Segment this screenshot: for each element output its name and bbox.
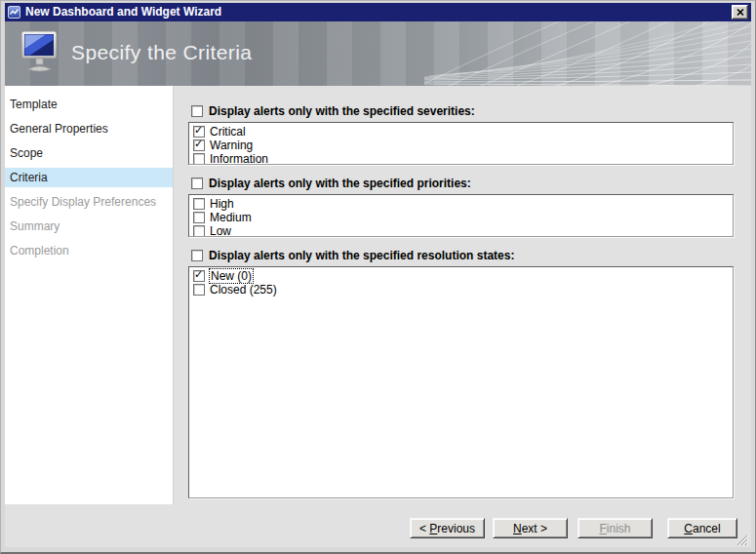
cancel-button[interactable]: Cancel — [667, 518, 737, 538]
sidebar-item-scope[interactable]: Scope — [5, 143, 173, 163]
sidebar-item-general-properties[interactable]: General Properties — [5, 119, 173, 138]
warning-checkbox[interactable] — [193, 139, 205, 151]
resolution-states-filter-label: Display alerts only with the specified r… — [209, 249, 514, 262]
finish-label-key: F — [599, 522, 606, 535]
wizard-banner: Specify the Criteria — [5, 21, 751, 86]
resize-grip[interactable] — [736, 533, 749, 546]
information-label: Information — [210, 152, 268, 166]
list-item-closed[interactable]: Closed (255) — [191, 283, 731, 296]
medium-checkbox[interactable] — [193, 212, 205, 223]
priorities-filter-checkbox[interactable] — [191, 178, 203, 189]
cancel-label-post: ancel — [693, 522, 721, 535]
finish-button[interactable]: Finish — [577, 518, 653, 538]
list-item-high[interactable]: High — [191, 197, 731, 210]
priorities-filter-row[interactable]: Display alerts only with the specified p… — [191, 177, 734, 190]
close-button[interactable] — [732, 5, 748, 20]
next-label-key: N — [513, 522, 522, 535]
wizard-body: Template General Properties Scope Criter… — [5, 86, 751, 504]
resolution-states-filter-checkbox[interactable] — [191, 250, 203, 261]
title-bar[interactable]: New Dashboard and Widget Wizard — [5, 3, 751, 21]
window-title: New Dashboard and Widget Wizard — [25, 3, 732, 21]
previous-label-pre: < — [419, 522, 429, 535]
list-item-new[interactable]: New (0) — [191, 269, 731, 282]
previous-button[interactable]: < Previous — [410, 518, 485, 538]
previous-label-post: revious — [437, 522, 475, 535]
closed-checkbox[interactable] — [193, 284, 205, 296]
list-item-information[interactable]: Information — [191, 152, 731, 165]
finish-label-post: inish — [607, 522, 631, 535]
mesh-decoration — [424, 21, 751, 86]
severities-filter-checkbox[interactable] — [191, 105, 203, 117]
high-label: High — [210, 197, 234, 211]
severities-filter-row[interactable]: Display alerts only with the specified s… — [191, 104, 734, 118]
wizard-window: New Dashboard and Widget Wizard — [0, 0, 756, 554]
low-checkbox[interactable] — [193, 225, 205, 237]
sidebar-item-completion[interactable]: Completion — [5, 241, 173, 260]
critical-checkbox[interactable] — [193, 126, 205, 138]
wizard-steps-sidebar: Template General Properties Scope Criter… — [5, 86, 174, 504]
new-label: New (0) — [210, 269, 253, 283]
priorities-filter-label: Display alerts only with the specified p… — [209, 177, 471, 190]
critical-label: Critical — [210, 125, 246, 138]
cancel-label-key: C — [684, 522, 693, 535]
resolution-states-filter-row[interactable]: Display alerts only with the specified r… — [191, 249, 734, 262]
sidebar-item-template[interactable]: Template — [5, 95, 173, 114]
button-bar: < Previous Next > Finish Cancel — [5, 504, 751, 547]
next-button[interactable]: Next > — [493, 518, 568, 538]
list-item-medium[interactable]: Medium — [191, 211, 731, 223]
sidebar-item-summary[interactable]: Summary — [5, 217, 173, 236]
new-checkbox[interactable] — [193, 270, 205, 282]
close-icon — [736, 9, 744, 16]
list-item-low[interactable]: Low — [191, 224, 731, 237]
severities-listbox[interactable]: Critical Warning Information — [188, 122, 734, 165]
warning-label: Warning — [210, 138, 253, 152]
priorities-listbox[interactable]: High Medium Low — [188, 194, 734, 237]
severities-filter-label: Display alerts only with the specified s… — [209, 104, 475, 118]
sidebar-item-specify-display-preferences[interactable]: Specify Display Preferences — [5, 192, 173, 212]
low-label: Low — [210, 224, 231, 238]
monitor-icon — [20, 30, 60, 75]
app-chart-icon — [8, 6, 20, 19]
information-checkbox[interactable] — [193, 153, 205, 165]
resolution-states-listbox[interactable]: New (0) Closed (255) — [188, 266, 734, 498]
high-checkbox[interactable] — [193, 198, 205, 210]
list-item-critical[interactable]: Critical — [191, 125, 731, 138]
sidebar-item-criteria[interactable]: Criteria — [5, 168, 173, 187]
closed-label: Closed (255) — [210, 283, 277, 297]
next-label-post: ext > — [522, 522, 547, 535]
criteria-panel: Display alerts only with the specified s… — [174, 86, 751, 504]
medium-label: Medium — [210, 211, 252, 224]
list-item-warning[interactable]: Warning — [191, 138, 731, 151]
page-title: Specify the Criteria — [71, 41, 252, 64]
wizard-dialog: New Dashboard and Widget Wizard — [5, 3, 751, 547]
